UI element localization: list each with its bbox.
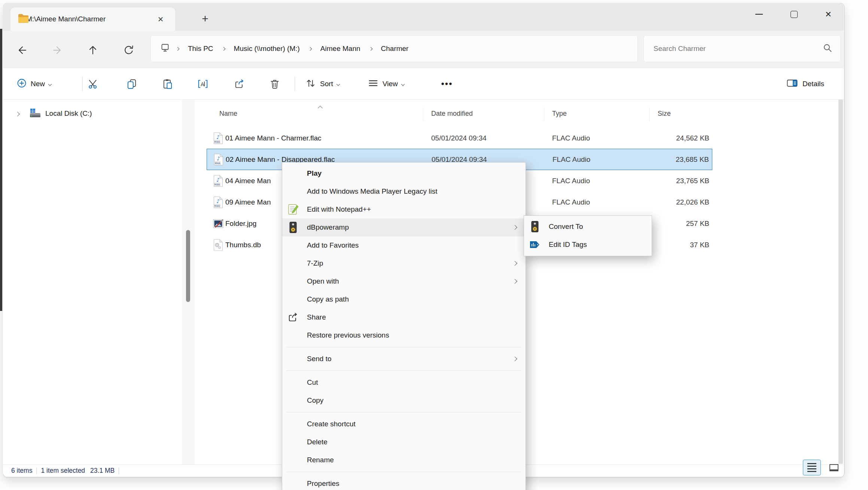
- column-header-name[interactable]: Name: [219, 110, 237, 118]
- minimize-button[interactable]: [747, 5, 771, 23]
- column-divider[interactable]: [649, 108, 650, 121]
- menu-item-delete[interactable]: Delete: [282, 433, 526, 451]
- menu-separator: [286, 347, 521, 347]
- list-view-toggle[interactable]: [803, 460, 821, 475]
- up-button[interactable]: [85, 42, 101, 58]
- delete-icon: [269, 78, 280, 90]
- column-header-type[interactable]: Type: [552, 110, 567, 118]
- menu-item-properties[interactable]: Properties: [282, 475, 526, 490]
- status-divider: [119, 468, 119, 474]
- address-bar[interactable]: This PC Music (\\mother) (M:) Aimee Mann…: [150, 35, 638, 62]
- list-view-icon: [807, 463, 816, 472]
- database-file-icon: [213, 239, 223, 251]
- up-icon: [87, 44, 99, 56]
- breadcrumb: This PC Music (\\mother) (M:) Aimee Mann…: [151, 36, 637, 62]
- svg-text:M4A: M4A: [214, 183, 220, 186]
- breadcrumb-album[interactable]: Charmer: [377, 42, 412, 55]
- audio-file-icon: ♪M4A: [213, 196, 223, 209]
- sort-button[interactable]: Sort: [301, 73, 344, 94]
- submenu-item-edit-id-tags[interactable]: Edit ID Tags: [524, 236, 652, 254]
- menu-item-cut[interactable]: Cut: [282, 373, 526, 391]
- breadcrumb-drive[interactable]: Music (\\mother) (M:): [230, 42, 304, 55]
- file-size: 24,562 KB: [627, 134, 709, 142]
- breadcrumb-this-pc[interactable]: This PC: [184, 42, 217, 55]
- menu-item-play[interactable]: Play: [282, 164, 526, 182]
- menu-item-dbpoweramp[interactable]: dBpoweramp: [282, 218, 526, 236]
- tab-close-icon[interactable]: ×: [154, 13, 167, 25]
- file-size: 22,026 KB: [627, 198, 709, 206]
- sidebar-item-local-disk[interactable]: Local Disk (C:): [10, 105, 175, 122]
- menu-item-add-to-favorites[interactable]: Add to Favorites: [282, 236, 526, 254]
- audio-file-icon: ♪M4A: [213, 175, 223, 187]
- menu-item-send-to[interactable]: Send to: [282, 350, 526, 368]
- see-more-button[interactable]: •••: [436, 73, 457, 94]
- minimize-icon: [755, 14, 763, 15]
- selection-count: 1 item selected: [41, 467, 85, 475]
- submenu-item-convert-to[interactable]: Convert To: [524, 218, 652, 236]
- forward-button[interactable]: [49, 42, 66, 58]
- sidebar-scrollbar-thumb[interactable]: [186, 230, 190, 302]
- file-name: Folder.jpg: [225, 220, 256, 228]
- details-pane-button[interactable]: Details: [782, 73, 829, 94]
- thumbnail-view-icon: [829, 464, 838, 471]
- svg-text:A: A: [201, 81, 204, 87]
- new-tab-button[interactable]: +: [196, 10, 214, 28]
- details-pane-label: Details: [802, 80, 824, 88]
- cut-button[interactable]: [82, 73, 103, 94]
- drive-icon: [29, 108, 42, 120]
- file-name: 01 Aimee Mann - Charmer.flac: [225, 134, 322, 142]
- column-header-date[interactable]: Date modified: [431, 110, 473, 118]
- view-button[interactable]: View: [363, 73, 409, 94]
- menu-item-copy-as-path[interactable]: Copy as path: [282, 290, 526, 308]
- menu-item-open-with[interactable]: Open with: [282, 272, 526, 290]
- refresh-button[interactable]: [121, 42, 137, 58]
- menu-item-restore-previous-versions[interactable]: Restore previous versions: [282, 326, 526, 344]
- close-button[interactable]: ×: [816, 5, 840, 23]
- paste-button[interactable]: [157, 73, 178, 94]
- search-input[interactable]: [644, 44, 822, 53]
- delete-button[interactable]: [264, 73, 285, 94]
- file-list-scrollbar[interactable]: [838, 100, 843, 464]
- submenu-chevron-icon: [512, 357, 517, 362]
- rename-button[interactable]: A: [192, 73, 213, 94]
- menu-item-share[interactable]: Share: [282, 308, 526, 326]
- selection-size: 23.1 MB: [90, 467, 115, 475]
- menu-item-copy[interactable]: Copy: [282, 391, 526, 409]
- chevron-down-icon: [336, 82, 340, 86]
- chevron-right-icon: [364, 48, 377, 50]
- image-file-icon: [213, 217, 223, 230]
- back-button[interactable]: [13, 42, 30, 58]
- menu-item-7zip[interactable]: 7-Zip: [282, 254, 526, 272]
- column-divider[interactable]: [544, 108, 544, 121]
- column-divider[interactable]: [423, 108, 423, 121]
- menu-item-rename[interactable]: Rename: [282, 451, 526, 469]
- chevron-right-icon[interactable]: [16, 109, 19, 118]
- maximize-button[interactable]: [782, 5, 806, 23]
- svg-text:♪: ♪: [216, 198, 220, 204]
- share-button[interactable]: [229, 73, 250, 94]
- copy-button[interactable]: [121, 73, 142, 94]
- svg-text:M4A: M4A: [215, 162, 220, 165]
- search-box: [643, 35, 841, 62]
- menu-item-add-to-wmp[interactable]: Add to Windows Media Player Legacy list: [282, 182, 526, 200]
- file-row-01[interactable]: ♪M4A 01 Aimee Mann - Charmer.flac 05/01/…: [207, 127, 712, 149]
- explorer-tab[interactable]: M:\Aimee Mann\Charmer ×: [10, 7, 175, 31]
- id-tag-icon: [529, 238, 541, 251]
- chevron-right-icon: [304, 48, 317, 50]
- column-header-size[interactable]: Size: [658, 110, 671, 118]
- chevron-right-icon: [171, 48, 184, 50]
- sidebar-scrollbar[interactable]: [182, 100, 195, 465]
- close-icon: ×: [825, 9, 831, 19]
- new-button[interactable]: New: [12, 73, 56, 94]
- svg-text:♪: ♪: [217, 155, 220, 161]
- menu-separator: [286, 472, 521, 472]
- share-icon: [287, 311, 299, 324]
- breadcrumb-artist[interactable]: Aimee Mann: [317, 42, 364, 55]
- menu-item-edit-with-notepadpp[interactable]: Edit with Notepad++: [282, 200, 526, 218]
- menu-item-create-shortcut[interactable]: Create shortcut: [282, 415, 526, 433]
- new-button-label: New: [31, 80, 45, 88]
- see-more-icon: •••: [441, 79, 453, 89]
- thumbnail-view-toggle[interactable]: [825, 460, 843, 475]
- back-icon: [16, 44, 28, 56]
- address-bar-row: This PC Music (\\mother) (M:) Aimee Mann…: [3, 31, 844, 68]
